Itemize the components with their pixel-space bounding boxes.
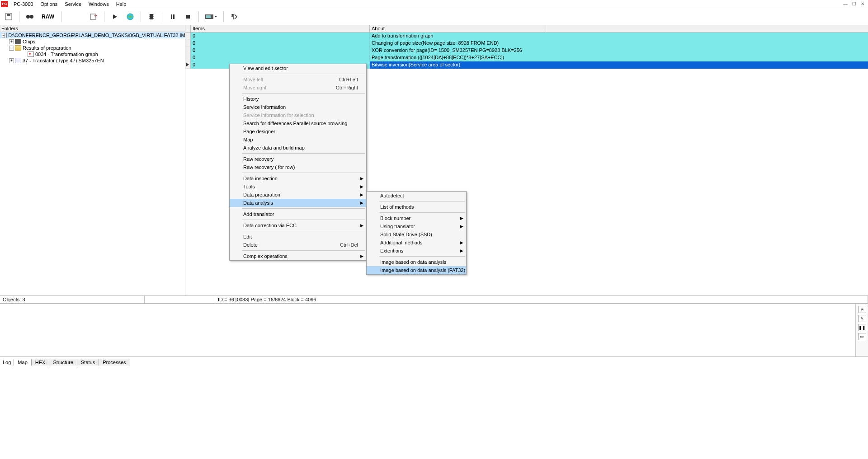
menu-item[interactable]: Map [230, 136, 366, 144]
svg-point-3 [30, 15, 33, 19]
menu-item: Service information for selection [230, 111, 366, 119]
log-clear-icon[interactable]: ▭ [858, 333, 866, 340]
menu-windows[interactable]: Windows [85, 0, 113, 8]
tool-binoculars-icon[interactable] [24, 11, 36, 23]
pause-icon[interactable] [167, 11, 179, 23]
menu-item[interactable]: Raw recovery ( for row) [230, 163, 366, 171]
menu-item-label: Image based on data analysis [380, 259, 446, 265]
menu-item[interactable]: Data preparation▶ [230, 191, 366, 199]
window-controls: — ❐ ✕ [841, 1, 868, 6]
menu-item-label: Data inspection [243, 176, 278, 181]
table-row[interactable]: 0Changing of page size(New page size: 89… [185, 40, 868, 47]
menu-item[interactable]: Additional methods▶ [367, 239, 466, 247]
main-menu: PC-3000 Options Service Windows Help [10, 0, 130, 8]
play-icon[interactable] [109, 11, 121, 23]
device-dropdown-icon[interactable] [203, 11, 219, 23]
table-row[interactable]: 0Add to transformation graph [185, 33, 868, 40]
log-panel: ⎘ ✎ ❚❚ ▭ [0, 304, 868, 356]
menu-item[interactable]: Analyze data and build map [230, 144, 366, 152]
tool-export-icon[interactable] [88, 11, 99, 23]
menu-item: Move rightCtrl+Right [230, 84, 366, 92]
menu-item[interactable]: Complex operations▶ [230, 252, 366, 260]
menu-item-label: Move right [243, 85, 266, 90]
collapse-icon[interactable]: − [2, 33, 5, 38]
menu-item[interactable]: Extentions▶ [367, 247, 466, 255]
table-row[interactable]: 0Page transformation (([1024[DA]+88[ECC]… [185, 54, 868, 61]
table-row[interactable]: 0XOR conversion for page(ID= 1500: SM325… [185, 47, 868, 54]
tree-root[interactable]: − D:\CONFERENCE_GEORGE\FLASH_DEMO_TASKS\… [0, 32, 185, 38]
menu-item[interactable]: Tools▶ [230, 183, 366, 191]
menu-item[interactable]: Add translator [230, 210, 366, 218]
menu-item[interactable]: Data analysis▶ [230, 199, 366, 207]
context-menu-main[interactable]: View and edit sectorMove leftCtrl+LeftMo… [229, 64, 367, 261]
menu-item[interactable]: Page designer [230, 127, 366, 136]
menu-item-label: Search for differences Parallel source b… [243, 121, 347, 126]
log-area[interactable] [0, 304, 855, 356]
chip-icon[interactable] [146, 11, 157, 23]
tab-hex[interactable]: HEX [31, 359, 50, 365]
menu-shortcut: Ctrl+Del [329, 242, 358, 248]
folder-open-icon [15, 45, 21, 51]
context-submenu-data-analysis[interactable]: AutodetectList of methodsBlock number▶Us… [366, 191, 467, 275]
menu-item[interactable]: Search for differences Parallel source b… [230, 119, 366, 127]
log-save-icon[interactable]: ✎ [858, 315, 866, 322]
submenu-arrow-icon: ▶ [360, 192, 363, 197]
column-rest [546, 25, 868, 32]
menu-item[interactable]: List of methods [367, 203, 466, 211]
tab-processes[interactable]: Processes [99, 359, 130, 365]
submenu-arrow-icon: ▶ [360, 201, 363, 205]
cell-rest [546, 61, 868, 69]
cell-about: Page transformation (([1024[DA]+88[ECC])… [370, 54, 546, 61]
tree-transformation-graph[interactable]: 0034 - Transformation graph [0, 51, 185, 57]
expand-icon[interactable]: + [9, 39, 14, 44]
submenu-arrow-icon: ▶ [460, 248, 463, 253]
svg-rect-14 [171, 14, 172, 19]
column-items[interactable]: Items [191, 25, 370, 32]
menu-item[interactable]: DeleteCtrl+Del [230, 241, 366, 249]
raw-button[interactable]: RAW [39, 11, 57, 23]
collapse-icon[interactable]: − [9, 46, 14, 51]
menu-options[interactable]: Options [37, 0, 61, 8]
tab-status[interactable]: Status [77, 359, 99, 365]
menu-item[interactable]: Solid State Drive (SSD) [367, 230, 466, 239]
tool-globe-icon[interactable] [124, 11, 136, 23]
submenu-arrow-icon: ▶ [360, 223, 363, 228]
exit-icon[interactable] [228, 11, 240, 23]
tree-results[interactable]: − Results of preparation [0, 45, 185, 51]
menu-item[interactable]: Autodetect [367, 192, 466, 200]
log-pause-icon[interactable]: ❚❚ [858, 324, 866, 331]
tree-chips[interactable]: + Chips [0, 38, 185, 45]
menu-item[interactable]: Edit [230, 233, 366, 241]
menu-item-label: Data analysis [243, 200, 273, 206]
column-about[interactable]: About [370, 25, 546, 32]
menu-item[interactable]: Data inspection▶ [230, 174, 366, 183]
menu-item[interactable]: Raw recovery [230, 155, 366, 163]
close-button[interactable]: ✕ [859, 1, 866, 6]
menu-item[interactable]: Image based on data analysis [367, 258, 466, 266]
log-copy-icon[interactable]: ⎘ [858, 306, 866, 313]
tab-structure[interactable]: Structure [49, 359, 77, 365]
menu-item[interactable]: Image based on data analysis (FAT32) [367, 266, 466, 274]
minimize-button[interactable]: — [841, 1, 849, 6]
menu-item[interactable]: View and edit sector [230, 64, 366, 72]
menu-item[interactable]: Block number▶ [367, 214, 466, 222]
submenu-arrow-icon: ▶ [360, 176, 363, 181]
tree-translator[interactable]: + 37 - Translator (Type 47) SM3257EN [0, 57, 185, 64]
folder-tree[interactable]: − D:\CONFERENCE_GEORGE\FLASH_DEMO_TASKS\… [0, 32, 185, 295]
menu-separator [242, 250, 365, 251]
menu-separator [242, 208, 365, 209]
tab-map[interactable]: Map [14, 359, 31, 365]
menu-item[interactable]: History [230, 95, 366, 103]
stop-icon[interactable] [182, 11, 194, 23]
menu-help[interactable]: Help [113, 0, 130, 8]
menu-item[interactable]: Data correction via ECC▶ [230, 221, 366, 230]
menu-item[interactable]: Service information [230, 103, 366, 111]
expand-icon[interactable]: + [9, 58, 14, 63]
menu-service[interactable]: Service [61, 0, 85, 8]
tool-save-icon[interactable] [3, 11, 14, 23]
submenu-arrow-icon: ▶ [460, 224, 463, 229]
menu-item[interactable]: Using translator▶ [367, 222, 466, 230]
menu-item-label: Delete [243, 242, 258, 248]
maximize-button[interactable]: ❐ [850, 1, 858, 6]
cell-about: Bitwise inversion(Service area of sector… [370, 61, 546, 69]
